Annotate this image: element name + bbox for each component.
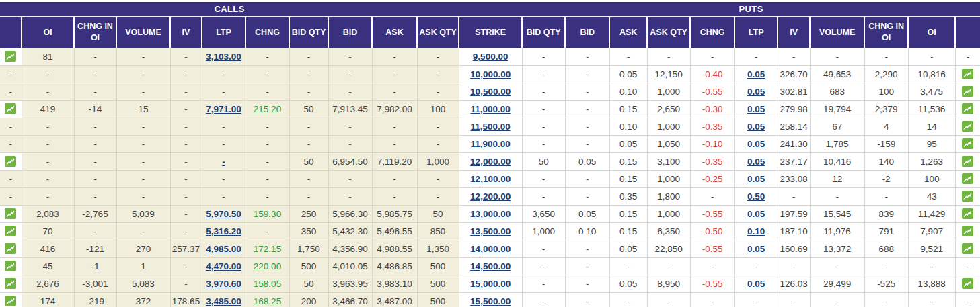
trend-chart-icon[interactable] — [962, 86, 973, 97]
puts-chart-cell[interactable] — [955, 222, 980, 240]
trend-chart-icon[interactable] — [962, 243, 973, 254]
calls-ltp-cell-link[interactable]: 4,470.00 — [206, 261, 241, 271]
puts-chart-cell[interactable] — [955, 275, 980, 292]
calls-ltp-cell-link[interactable]: - — [222, 157, 225, 167]
strike-cell[interactable]: 12,000.00 — [459, 152, 522, 170]
strike-cell-link[interactable]: 13,500.00 — [470, 226, 511, 236]
calls-chart-cell[interactable] — [0, 48, 22, 65]
calls-ltp-cell[interactable]: - — [202, 152, 246, 170]
trend-chart-icon[interactable] — [5, 278, 16, 289]
puts-chart-cell[interactable] — [955, 83, 980, 100]
trend-chart-icon[interactable] — [5, 208, 16, 219]
strike-cell-link[interactable]: 10,000.00 — [470, 69, 511, 79]
calls-ltp-cell-link[interactable]: 3,485.00 — [206, 296, 241, 306]
calls-chart-cell[interactable] — [0, 275, 22, 292]
puts-ltp-cell[interactable]: 0.05 — [734, 170, 778, 187]
calls-ltp-cell[interactable]: 5,970.50 — [202, 205, 246, 222]
calls-ltp-cell-link[interactable]: 7,971.00 — [206, 104, 241, 114]
puts-chart-cell[interactable] — [955, 205, 980, 222]
strike-cell[interactable]: 13,500.00 — [459, 222, 522, 240]
puts-ltp-cell-link[interactable]: 0.05 — [747, 104, 765, 114]
strike-cell[interactable]: 13,000.00 — [459, 205, 522, 222]
puts-ltp-cell[interactable]: 0.10 — [734, 222, 778, 240]
calls-ltp-cell[interactable]: 4,470.00 — [202, 257, 246, 275]
strike-cell-link[interactable]: 13,000.00 — [470, 209, 511, 219]
strike-cell[interactable]: 11,500.00 — [459, 118, 522, 135]
strike-cell-link[interactable]: 11,500.00 — [470, 122, 510, 132]
strike-cell-link[interactable]: 14,000.00 — [470, 244, 511, 254]
strike-cell[interactable]: 9,500.00 — [459, 48, 522, 65]
trend-chart-icon[interactable] — [5, 296, 16, 306]
strike-cell[interactable]: 15,000.00 — [459, 275, 522, 292]
puts-ltp-cell[interactable]: 0.05 — [734, 275, 778, 292]
strike-cell[interactable]: 11,000.00 — [459, 100, 522, 118]
strike-cell-link[interactable]: 10,500.00 — [470, 87, 511, 97]
trend-chart-icon[interactable] — [962, 278, 973, 289]
trend-chart-icon[interactable] — [5, 103, 16, 114]
puts-ltp-cell[interactable]: 0.05 — [734, 135, 778, 152]
puts-ltp-cell[interactable]: 0.05 — [734, 65, 778, 83]
trend-chart-icon[interactable] — [5, 243, 16, 254]
trend-chart-icon[interactable] — [962, 156, 973, 167]
puts-chart-cell[interactable] — [955, 65, 980, 83]
calls-chart-cell[interactable] — [0, 100, 22, 118]
calls-ltp-cell[interactable]: 3,485.00 — [202, 292, 246, 307]
calls-ltp-cell[interactable]: 7,971.00 — [202, 100, 246, 118]
trend-chart-icon[interactable] — [962, 226, 973, 236]
puts-ltp-cell-link[interactable]: 0.05 — [747, 122, 765, 132]
calls-ltp-cell[interactable]: 3,970.60 — [202, 275, 246, 292]
puts-ltp-cell-link[interactable]: 0.50 — [747, 191, 765, 202]
puts-chart-cell[interactable] — [955, 100, 980, 118]
strike-cell[interactable]: 10,500.00 — [459, 83, 522, 100]
puts-ltp-cell-link[interactable]: 0.10 — [747, 226, 765, 236]
trend-chart-icon[interactable] — [5, 226, 16, 236]
strike-cell-link[interactable]: 9,500.00 — [473, 52, 508, 62]
puts-ltp-cell[interactable]: 0.05 — [734, 240, 778, 257]
calls-chart-cell[interactable] — [0, 240, 22, 257]
calls-chart-cell[interactable] — [0, 152, 22, 170]
strike-cell[interactable]: 14,000.00 — [459, 240, 522, 257]
calls-ltp-cell[interactable]: 5,316.20 — [202, 222, 246, 240]
puts-ltp-cell-link[interactable]: 0.05 — [747, 174, 765, 184]
trend-chart-icon[interactable] — [962, 138, 973, 149]
strike-cell-link[interactable]: 14,500.00 — [470, 261, 511, 271]
calls-chart-cell[interactable] — [0, 205, 22, 222]
strike-cell-link[interactable]: 12,000.00 — [470, 157, 511, 167]
calls-ltp-cell-link[interactable]: 5,316.20 — [206, 226, 241, 236]
calls-ltp-cell-link[interactable]: 5,970.50 — [206, 209, 241, 219]
strike-cell[interactable]: 11,900.00 — [459, 135, 522, 152]
puts-chart-cell[interactable] — [955, 170, 980, 187]
strike-cell[interactable]: 15,500.00 — [459, 292, 522, 307]
puts-ltp-cell-link[interactable]: 0.05 — [747, 244, 765, 254]
puts-chart-cell[interactable] — [955, 187, 980, 205]
calls-ltp-cell[interactable]: 4,985.00 — [202, 240, 246, 257]
strike-cell[interactable]: 14,500.00 — [459, 257, 522, 275]
calls-chart-cell[interactable] — [0, 222, 22, 240]
puts-ltp-cell[interactable]: 0.05 — [734, 118, 778, 135]
strike-cell[interactable]: 10,000.00 — [459, 65, 522, 83]
trend-chart-icon[interactable] — [962, 191, 973, 202]
trend-chart-icon[interactable] — [5, 261, 16, 271]
puts-ltp-cell-link[interactable]: 0.05 — [747, 279, 765, 289]
calls-ltp-cell-link[interactable]: 3,103.00 — [206, 52, 241, 62]
strike-cell[interactable]: 12,100.00 — [459, 170, 522, 187]
puts-ltp-cell-link[interactable]: 0.05 — [747, 139, 765, 149]
trend-chart-icon[interactable] — [5, 51, 16, 62]
puts-ltp-cell-link[interactable]: 0.05 — [747, 69, 765, 79]
trend-chart-icon[interactable] — [962, 103, 973, 114]
puts-ltp-cell[interactable]: 0.05 — [734, 152, 778, 170]
puts-chart-cell[interactable] — [955, 135, 980, 152]
puts-ltp-cell[interactable]: 0.05 — [734, 83, 778, 100]
trend-chart-icon[interactable] — [962, 69, 973, 79]
calls-ltp-cell-link[interactable]: 4,985.00 — [206, 244, 241, 254]
puts-ltp-cell-link[interactable]: 0.05 — [747, 209, 765, 219]
trend-chart-icon[interactable] — [962, 173, 973, 184]
trend-chart-icon[interactable] — [962, 121, 973, 132]
strike-cell-link[interactable]: 11,000.00 — [470, 104, 510, 114]
puts-ltp-cell-link[interactable]: 0.05 — [747, 157, 765, 167]
puts-ltp-cell[interactable]: 0.05 — [734, 205, 778, 222]
trend-chart-icon[interactable] — [962, 208, 973, 219]
puts-ltp-cell[interactable]: 0.50 — [734, 187, 778, 205]
strike-cell-link[interactable]: 15,500.00 — [470, 296, 511, 306]
puts-chart-cell[interactable] — [955, 240, 980, 257]
